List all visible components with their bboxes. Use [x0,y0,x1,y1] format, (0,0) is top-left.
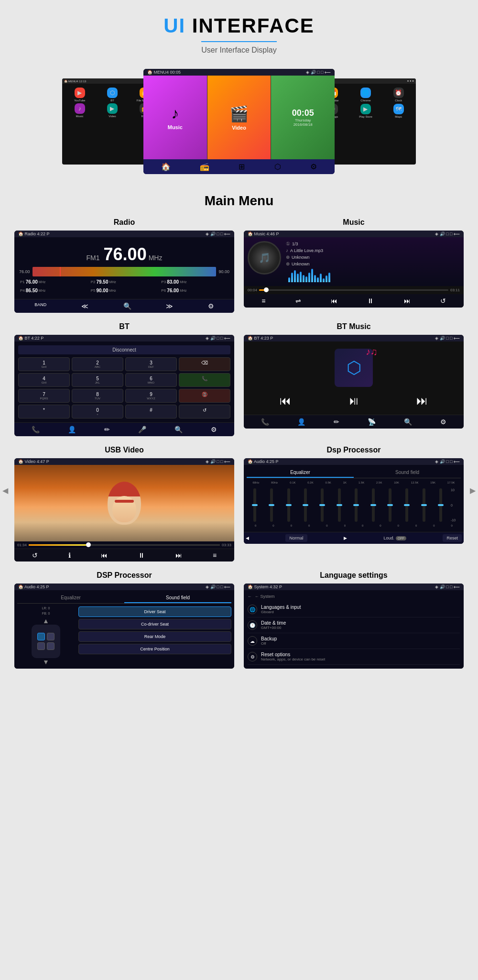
dsp-tab-soundfield[interactable]: Sound field [354,468,461,478]
car-up-arrow[interactable]: ▲ [43,617,49,625]
preset-p3[interactable]: P3 83.00 MHz [160,278,229,286]
bt-music-prev[interactable]: ⏮ [280,394,291,407]
usb-progress-bar[interactable] [29,544,220,546]
radio-range-low: 76.00 [19,269,30,274]
keypad-6[interactable]: 6MNO [125,373,177,387]
eq-slider-3[interactable] [287,488,290,522]
lang-item-reset[interactable]: ⚙ Reset options Network, apps, or device… [248,649,460,665]
keypad-7[interactable]: 7PQRS [18,389,70,403]
usb-play-icon[interactable]: ⏸ [138,551,145,559]
eq-slider-5[interactable] [321,488,324,522]
keypad-star[interactable]: * [18,405,70,418]
radio-band-button[interactable]: BAND [34,302,46,310]
eq-slider-2[interactable] [270,488,273,522]
keypad-backspace[interactable]: ⌫ [179,357,230,371]
dsp-tab-equalizer[interactable]: Equalizer [247,468,354,478]
eq-slider-9[interactable] [389,488,391,522]
bt-music-search-icon[interactable]: 🔍 [404,418,412,426]
bt-disconnect-bar[interactable]: Disconnect [18,345,230,354]
car-down-arrow[interactable]: ▼ [43,658,49,666]
keypad-refresh[interactable]: ↺ [179,405,230,418]
seat-rear-left[interactable] [37,642,45,650]
seat-codriver[interactable] [47,633,54,640]
bt-music-status-bar: 🏠 BT 4:23 P ◈ 🔊 □ □ ⟵ [244,335,464,341]
usb-repeat-icon[interactable]: ↺ [32,551,38,559]
music-info: ① 1/3 ♪ A Little Love.mp3 ⊕ Unknown ⊕ [286,241,460,282]
dsp-reset-button[interactable]: Reset [443,534,462,542]
sf-codriver-seat-btn[interactable]: Co-driver Seat [78,619,231,629]
bt-music-edit-icon[interactable]: ✏ [334,418,339,426]
music-pause-icon[interactable]: ⏸ [367,297,374,305]
bt-music-call-icon[interactable]: 📞 [261,418,269,426]
back-arrow-icon[interactable]: ← [248,594,252,599]
eq-slider-6[interactable] [338,488,341,522]
preset-p4[interactable]: P4 86.50 MHz [19,287,88,294]
radio-prev-button[interactable]: ≪ [81,302,88,310]
bt-mic-icon[interactable]: 🎤 [138,426,146,433]
dsp-normal-button[interactable]: Normal [285,534,307,542]
lang-item-datetime[interactable]: 🕐 Date & time GMT+00:00 [248,617,460,633]
radio-search-icon[interactable]: 🔍 [123,302,131,310]
keypad-hash[interactable]: # [125,405,177,418]
keypad-8[interactable]: 8TUV [72,389,123,403]
lang-reset-title: Reset options [261,652,460,657]
music-shuffle-icon[interactable]: ⇌ [295,297,301,305]
music-repeat-icon[interactable]: ↺ [440,297,446,305]
usb-next-icon[interactable]: ⏭ [175,551,182,559]
music-note-icon: ♪ [171,105,179,122]
keypad-call[interactable]: 📞 [179,373,230,387]
lang-screen: 🏠 System 4:32 P ◈ 🔊 □ □ ⟵ ← ← System 🌐 L… [244,584,464,669]
music-list-icon[interactable]: ≡ [261,297,265,305]
bt-call-icon[interactable]: 📞 [32,426,40,433]
radio-next-button[interactable]: ≫ [166,302,173,310]
keypad-1[interactable]: 1GHI [18,357,70,371]
music-prev-icon[interactable]: ⏮ [331,297,337,305]
sf-driver-seat-btn[interactable]: Driver Seat [78,606,231,617]
eq-slider-11[interactable] [423,488,425,522]
lang-item-languages[interactable]: 🌐 Languages & input Gboard [248,602,460,617]
eq-slider-7[interactable] [355,488,358,522]
keypad-4[interactable]: 4GHI [18,373,70,387]
bt-settings-icon[interactable]: ⚙ [211,426,217,433]
lang-item-backup[interactable]: ☁ Backup Off [248,633,460,649]
sf-rear-mode-btn[interactable]: Rear Mode [78,631,231,642]
eq-slider-12[interactable] [439,488,442,522]
keypad-2[interactable]: 2ABC [72,357,123,371]
bt-music-next[interactable]: ⏭ [416,394,428,407]
bt-search-icon[interactable]: 🔍 [174,426,183,433]
bt-music-settings-icon[interactable]: ⚙ [440,418,446,426]
radio-settings-icon[interactable]: ⚙ [208,302,214,310]
hero-composite: 🏠 MENU4 12:13 ● ● ● ▶ YouTube ⬡ BT 📁 Fi [62,69,416,174]
seat-rear-right[interactable] [47,642,54,650]
seat-driver[interactable] [37,633,45,640]
preset-p1[interactable]: P1 76.00 MHz [19,278,88,286]
music-next-icon[interactable]: ⏭ [404,297,411,305]
bt-edit-icon[interactable]: ✏ [104,426,110,433]
music-progress-bar[interactable] [259,289,448,291]
keypad-3[interactable]: 3DEF [125,357,177,371]
eq-slider-4[interactable] [304,488,307,522]
dsp-loud-switch[interactable]: OFF [396,536,406,540]
eq-slider-1[interactable] [253,488,256,522]
bt-music-contacts-icon[interactable]: 👤 [297,418,305,426]
preset-p5[interactable]: P5 90.00 MHz [90,287,159,294]
dsp-play-icon[interactable]: ▶ [344,536,347,540]
dsp-sf-tab-sf[interactable]: Sound field [124,593,231,603]
keypad-end[interactable]: 📵 [179,389,230,403]
keypad-9[interactable]: 9WXYZ [125,389,177,403]
bt-music-stream-icon[interactable]: 📡 [368,418,376,426]
keypad-5[interactable]: 5JKL [72,373,123,387]
usb-list-icon[interactable]: ≡ [213,551,217,559]
dsp-prev-icon[interactable]: ◀ [246,536,249,540]
usb-info-icon[interactable]: ℹ [68,551,71,559]
preset-p2[interactable]: P2 79.50 MHz [90,278,159,286]
preset-p6[interactable]: P6 76.00 MHz [160,287,229,294]
bt-contacts-icon[interactable]: 👤 [68,426,76,433]
bt-music-play[interactable]: ⏯ [348,394,359,407]
keypad-0[interactable]: 0+ [72,405,123,418]
eq-slider-10[interactable] [405,488,408,522]
usb-prev-icon[interactable]: ⏮ [101,551,108,559]
sf-centre-position-btn[interactable]: Centre Position [78,644,231,654]
dsp-sf-tab-eq[interactable]: Equalizer [17,593,124,603]
eq-slider-8[interactable] [372,488,375,522]
